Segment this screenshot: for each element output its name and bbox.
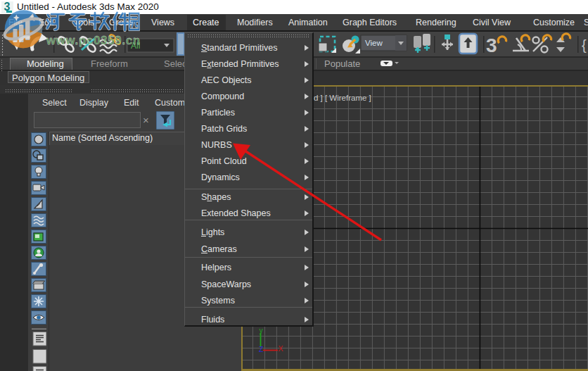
svg-text:www.pc0359.cn: www.pc0359.cn bbox=[46, 34, 141, 46]
